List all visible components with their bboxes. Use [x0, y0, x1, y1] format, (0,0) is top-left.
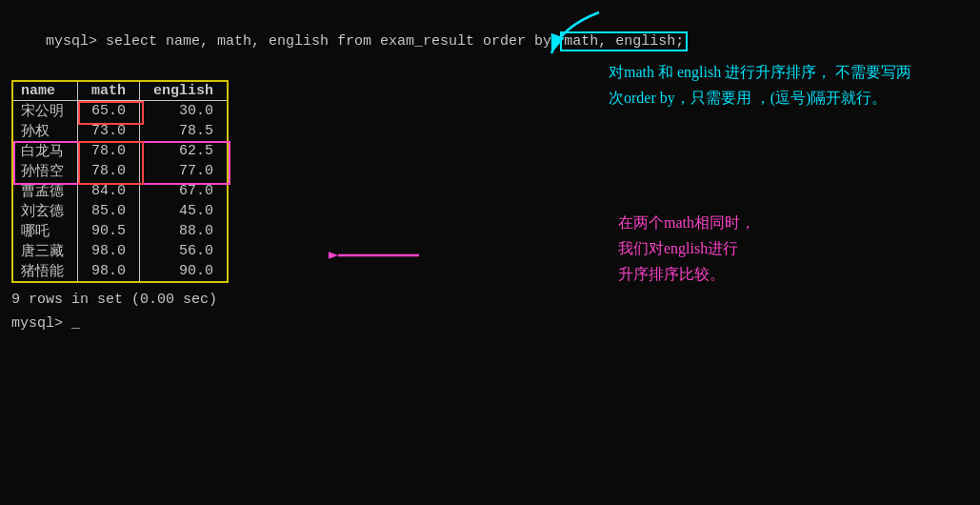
table-row: 宋公明65.030.0: [13, 101, 227, 122]
cell-name: 猪悟能: [13, 261, 78, 281]
cell-math: 78.0: [78, 161, 140, 181]
prompt-bottom: mysql> _: [11, 315, 969, 332]
magenta-annotation-text: 在两个math相同时，我们对english进行升序排序比较。: [618, 210, 932, 288]
table-row: 唐三藏98.056.0: [13, 241, 227, 261]
prompt: mysql>: [46, 33, 97, 50]
table-row: 孙权73.078.5: [13, 121, 227, 141]
table-row: 哪吒90.588.0: [13, 221, 227, 241]
col-header-math: math: [78, 82, 140, 101]
command-highlight: math, english;: [560, 31, 688, 51]
cell-name: 宋公明: [13, 101, 78, 122]
table-row: 白龙马78.062.5: [13, 141, 227, 161]
table-row: 猪悟能98.090.0: [13, 261, 227, 281]
cell-english: 90.0: [140, 261, 228, 281]
result-line: 9 rows in set (0.00 sec): [11, 292, 969, 308]
cell-english: 56.0: [140, 241, 228, 261]
cell-math: 84.0: [78, 181, 140, 201]
result-table: name math english 宋公明65.030.0孙权73.078.5白…: [13, 82, 227, 281]
col-header-name: name: [13, 82, 78, 101]
cell-math: 85.0: [78, 201, 140, 221]
cell-english: 67.0: [140, 181, 228, 201]
cell-english: 77.0: [140, 161, 228, 181]
table-body: 宋公明65.030.0孙权73.078.5白龙马78.062.5孙悟空78.07…: [13, 101, 227, 282]
cell-name: 曹孟德: [13, 181, 78, 201]
cell-math: 90.5: [78, 221, 140, 241]
col-header-english: english: [140, 82, 228, 101]
table-row: 孙悟空78.077.0: [13, 161, 227, 181]
cell-math: 65.0: [78, 101, 140, 122]
table-outer: name math english 宋公明65.030.0孙权73.078.5白…: [11, 80, 229, 283]
table-header-row: name math english: [13, 82, 227, 101]
cell-name: 唐三藏: [13, 241, 78, 261]
cell-math: 98.0: [78, 261, 140, 281]
table-row: 刘玄德85.045.0: [13, 201, 227, 221]
cell-name: 刘玄德: [13, 201, 78, 221]
cell-english: 30.0: [140, 101, 228, 122]
cell-name: 孙悟空: [13, 161, 78, 181]
cell-name: 哪吒: [13, 221, 78, 241]
cell-math: 98.0: [78, 241, 140, 261]
table-row: 曹孟德84.067.0: [13, 181, 227, 201]
cell-english: 62.5: [140, 141, 228, 161]
magenta-arrow-icon: [329, 238, 424, 272]
terminal: mysql> select name, math, english from e…: [0, 0, 980, 505]
cell-name: 白龙马: [13, 141, 78, 161]
cell-math: 78.0: [78, 141, 140, 161]
command-line: mysql> select name, math, english from e…: [11, 8, 969, 76]
cell-english: 45.0: [140, 201, 228, 221]
cell-english: 78.5: [140, 121, 228, 141]
cell-english: 88.0: [140, 221, 228, 241]
cell-name: 孙权: [13, 121, 78, 141]
command-text: select name, math, english from exam_res…: [97, 33, 560, 50]
cell-math: 73.0: [78, 121, 140, 141]
